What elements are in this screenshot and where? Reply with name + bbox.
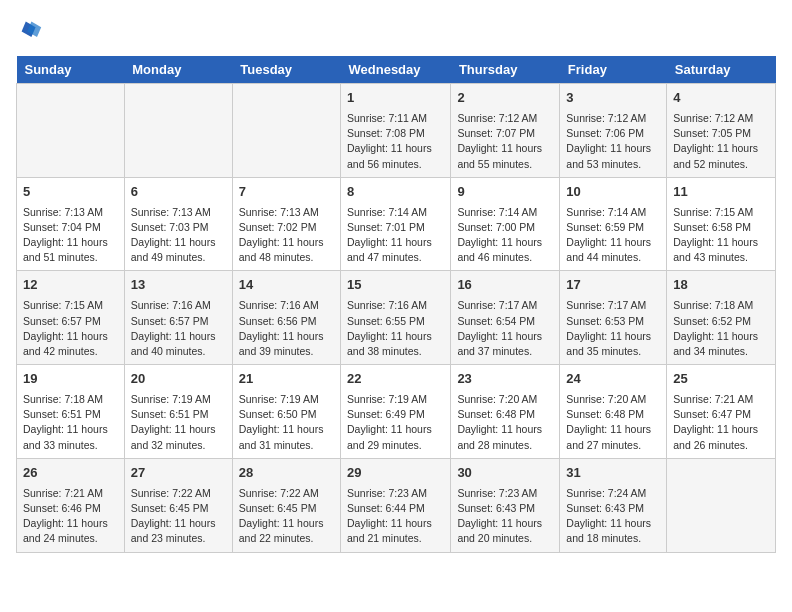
calendar-cell: 12Sunrise: 7:15 AM Sunset: 6:57 PM Dayli… bbox=[17, 271, 125, 365]
day-number: 5 bbox=[23, 183, 118, 202]
calendar-cell: 29Sunrise: 7:23 AM Sunset: 6:44 PM Dayli… bbox=[341, 458, 451, 552]
day-info: Sunrise: 7:12 AM Sunset: 7:06 PM Dayligh… bbox=[566, 111, 660, 172]
day-number: 22 bbox=[347, 370, 444, 389]
day-number: 19 bbox=[23, 370, 118, 389]
weekday-header: Wednesday bbox=[341, 56, 451, 84]
day-info: Sunrise: 7:19 AM Sunset: 6:50 PM Dayligh… bbox=[239, 392, 334, 453]
day-info: Sunrise: 7:22 AM Sunset: 6:45 PM Dayligh… bbox=[131, 486, 226, 547]
day-info: Sunrise: 7:18 AM Sunset: 6:52 PM Dayligh… bbox=[673, 298, 769, 359]
day-number: 24 bbox=[566, 370, 660, 389]
calendar-cell: 16Sunrise: 7:17 AM Sunset: 6:54 PM Dayli… bbox=[451, 271, 560, 365]
calendar-week-row: 12Sunrise: 7:15 AM Sunset: 6:57 PM Dayli… bbox=[17, 271, 776, 365]
calendar-cell: 5Sunrise: 7:13 AM Sunset: 7:04 PM Daylig… bbox=[17, 177, 125, 271]
page-header bbox=[16, 16, 776, 44]
calendar-cell: 28Sunrise: 7:22 AM Sunset: 6:45 PM Dayli… bbox=[232, 458, 340, 552]
day-number: 16 bbox=[457, 276, 553, 295]
calendar-cell: 22Sunrise: 7:19 AM Sunset: 6:49 PM Dayli… bbox=[341, 365, 451, 459]
day-info: Sunrise: 7:20 AM Sunset: 6:48 PM Dayligh… bbox=[566, 392, 660, 453]
calendar-body: 1Sunrise: 7:11 AM Sunset: 7:08 PM Daylig… bbox=[17, 84, 776, 553]
logo bbox=[16, 16, 48, 44]
day-info: Sunrise: 7:11 AM Sunset: 7:08 PM Dayligh… bbox=[347, 111, 444, 172]
day-info: Sunrise: 7:14 AM Sunset: 7:01 PM Dayligh… bbox=[347, 205, 444, 266]
day-info: Sunrise: 7:17 AM Sunset: 6:54 PM Dayligh… bbox=[457, 298, 553, 359]
weekday-header: Tuesday bbox=[232, 56, 340, 84]
day-number: 12 bbox=[23, 276, 118, 295]
calendar-cell: 3Sunrise: 7:12 AM Sunset: 7:06 PM Daylig… bbox=[560, 84, 667, 178]
day-info: Sunrise: 7:21 AM Sunset: 6:46 PM Dayligh… bbox=[23, 486, 118, 547]
calendar-cell: 30Sunrise: 7:23 AM Sunset: 6:43 PM Dayli… bbox=[451, 458, 560, 552]
calendar-cell: 17Sunrise: 7:17 AM Sunset: 6:53 PM Dayli… bbox=[560, 271, 667, 365]
day-info: Sunrise: 7:23 AM Sunset: 6:43 PM Dayligh… bbox=[457, 486, 553, 547]
calendar-cell: 1Sunrise: 7:11 AM Sunset: 7:08 PM Daylig… bbox=[341, 84, 451, 178]
calendar-cell: 13Sunrise: 7:16 AM Sunset: 6:57 PM Dayli… bbox=[124, 271, 232, 365]
day-number: 20 bbox=[131, 370, 226, 389]
calendar-cell: 7Sunrise: 7:13 AM Sunset: 7:02 PM Daylig… bbox=[232, 177, 340, 271]
day-info: Sunrise: 7:13 AM Sunset: 7:04 PM Dayligh… bbox=[23, 205, 118, 266]
day-number: 17 bbox=[566, 276, 660, 295]
calendar-cell: 4Sunrise: 7:12 AM Sunset: 7:05 PM Daylig… bbox=[667, 84, 776, 178]
calendar-cell bbox=[667, 458, 776, 552]
day-number: 25 bbox=[673, 370, 769, 389]
calendar-cell: 23Sunrise: 7:20 AM Sunset: 6:48 PM Dayli… bbox=[451, 365, 560, 459]
day-info: Sunrise: 7:19 AM Sunset: 6:49 PM Dayligh… bbox=[347, 392, 444, 453]
calendar-cell: 10Sunrise: 7:14 AM Sunset: 6:59 PM Dayli… bbox=[560, 177, 667, 271]
day-info: Sunrise: 7:19 AM Sunset: 6:51 PM Dayligh… bbox=[131, 392, 226, 453]
day-number: 8 bbox=[347, 183, 444, 202]
day-info: Sunrise: 7:16 AM Sunset: 6:55 PM Dayligh… bbox=[347, 298, 444, 359]
day-number: 13 bbox=[131, 276, 226, 295]
day-info: Sunrise: 7:15 AM Sunset: 6:57 PM Dayligh… bbox=[23, 298, 118, 359]
calendar-cell: 9Sunrise: 7:14 AM Sunset: 7:00 PM Daylig… bbox=[451, 177, 560, 271]
calendar-cell: 8Sunrise: 7:14 AM Sunset: 7:01 PM Daylig… bbox=[341, 177, 451, 271]
calendar-table: SundayMondayTuesdayWednesdayThursdayFrid… bbox=[16, 56, 776, 553]
day-number: 23 bbox=[457, 370, 553, 389]
weekday-header: Monday bbox=[124, 56, 232, 84]
day-number: 1 bbox=[347, 89, 444, 108]
day-info: Sunrise: 7:22 AM Sunset: 6:45 PM Dayligh… bbox=[239, 486, 334, 547]
day-number: 2 bbox=[457, 89, 553, 108]
day-info: Sunrise: 7:21 AM Sunset: 6:47 PM Dayligh… bbox=[673, 392, 769, 453]
day-number: 10 bbox=[566, 183, 660, 202]
weekday-header: Sunday bbox=[17, 56, 125, 84]
day-number: 18 bbox=[673, 276, 769, 295]
day-number: 26 bbox=[23, 464, 118, 483]
day-info: Sunrise: 7:16 AM Sunset: 6:57 PM Dayligh… bbox=[131, 298, 226, 359]
calendar-cell: 14Sunrise: 7:16 AM Sunset: 6:56 PM Dayli… bbox=[232, 271, 340, 365]
weekday-header: Friday bbox=[560, 56, 667, 84]
calendar-cell bbox=[17, 84, 125, 178]
day-number: 29 bbox=[347, 464, 444, 483]
calendar-header-row: SundayMondayTuesdayWednesdayThursdayFrid… bbox=[17, 56, 776, 84]
day-info: Sunrise: 7:14 AM Sunset: 7:00 PM Dayligh… bbox=[457, 205, 553, 266]
day-number: 15 bbox=[347, 276, 444, 295]
day-info: Sunrise: 7:14 AM Sunset: 6:59 PM Dayligh… bbox=[566, 205, 660, 266]
day-info: Sunrise: 7:16 AM Sunset: 6:56 PM Dayligh… bbox=[239, 298, 334, 359]
day-info: Sunrise: 7:17 AM Sunset: 6:53 PM Dayligh… bbox=[566, 298, 660, 359]
calendar-cell bbox=[232, 84, 340, 178]
day-info: Sunrise: 7:12 AM Sunset: 7:07 PM Dayligh… bbox=[457, 111, 553, 172]
calendar-cell: 2Sunrise: 7:12 AM Sunset: 7:07 PM Daylig… bbox=[451, 84, 560, 178]
calendar-week-row: 5Sunrise: 7:13 AM Sunset: 7:04 PM Daylig… bbox=[17, 177, 776, 271]
day-info: Sunrise: 7:12 AM Sunset: 7:05 PM Dayligh… bbox=[673, 111, 769, 172]
day-number: 11 bbox=[673, 183, 769, 202]
day-info: Sunrise: 7:23 AM Sunset: 6:44 PM Dayligh… bbox=[347, 486, 444, 547]
calendar-week-row: 26Sunrise: 7:21 AM Sunset: 6:46 PM Dayli… bbox=[17, 458, 776, 552]
calendar-cell: 25Sunrise: 7:21 AM Sunset: 6:47 PM Dayli… bbox=[667, 365, 776, 459]
calendar-cell: 15Sunrise: 7:16 AM Sunset: 6:55 PM Dayli… bbox=[341, 271, 451, 365]
calendar-week-row: 1Sunrise: 7:11 AM Sunset: 7:08 PM Daylig… bbox=[17, 84, 776, 178]
day-info: Sunrise: 7:20 AM Sunset: 6:48 PM Dayligh… bbox=[457, 392, 553, 453]
calendar-cell: 26Sunrise: 7:21 AM Sunset: 6:46 PM Dayli… bbox=[17, 458, 125, 552]
day-info: Sunrise: 7:24 AM Sunset: 6:43 PM Dayligh… bbox=[566, 486, 660, 547]
day-number: 9 bbox=[457, 183, 553, 202]
day-info: Sunrise: 7:15 AM Sunset: 6:58 PM Dayligh… bbox=[673, 205, 769, 266]
weekday-header: Saturday bbox=[667, 56, 776, 84]
calendar-cell bbox=[124, 84, 232, 178]
day-number: 14 bbox=[239, 276, 334, 295]
calendar-cell: 6Sunrise: 7:13 AM Sunset: 7:03 PM Daylig… bbox=[124, 177, 232, 271]
calendar-cell: 18Sunrise: 7:18 AM Sunset: 6:52 PM Dayli… bbox=[667, 271, 776, 365]
day-info: Sunrise: 7:13 AM Sunset: 7:03 PM Dayligh… bbox=[131, 205, 226, 266]
day-number: 6 bbox=[131, 183, 226, 202]
day-number: 3 bbox=[566, 89, 660, 108]
day-number: 7 bbox=[239, 183, 334, 202]
day-number: 27 bbox=[131, 464, 226, 483]
calendar-week-row: 19Sunrise: 7:18 AM Sunset: 6:51 PM Dayli… bbox=[17, 365, 776, 459]
day-number: 21 bbox=[239, 370, 334, 389]
